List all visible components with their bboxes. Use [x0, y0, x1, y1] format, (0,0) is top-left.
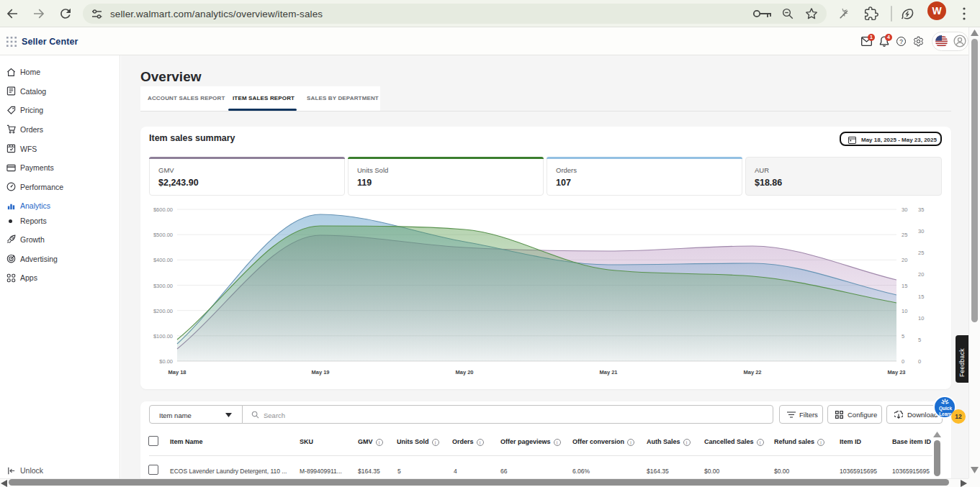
svg-text:15: 15: [918, 293, 924, 300]
svg-text:30: 30: [902, 206, 907, 213]
svg-text:$100.00: $100.00: [153, 333, 173, 340]
svg-text:May 20: May 20: [455, 369, 473, 376]
svg-text:5: 5: [902, 333, 904, 340]
svg-text:10: 10: [902, 308, 907, 314]
svg-text:15: 15: [902, 283, 907, 289]
svg-text:$400.00: $400.00: [153, 257, 173, 263]
svg-text:20: 20: [902, 257, 907, 263]
svg-text:$0.00: $0.00: [159, 358, 173, 365]
svg-text:25: 25: [918, 250, 924, 256]
svg-text:May 23: May 23: [887, 369, 905, 376]
svg-text:20: 20: [918, 271, 924, 278]
svg-text:$600.00: $600.00: [153, 206, 173, 213]
svg-text:$500.00: $500.00: [153, 232, 173, 238]
svg-text:$300.00: $300.00: [153, 283, 173, 289]
svg-text:10: 10: [918, 315, 924, 322]
svg-text:25: 25: [902, 232, 907, 238]
svg-text:$200.00: $200.00: [153, 308, 173, 314]
svg-text:0: 0: [902, 358, 904, 365]
svg-text:May 18: May 18: [168, 369, 186, 376]
svg-text:May 19: May 19: [311, 369, 329, 376]
svg-text:5: 5: [918, 337, 921, 343]
svg-text:May 22: May 22: [743, 369, 761, 376]
svg-text:35: 35: [918, 206, 924, 213]
svg-text:30: 30: [918, 228, 924, 235]
svg-text:0: 0: [918, 358, 921, 365]
svg-text:May 21: May 21: [599, 369, 617, 376]
